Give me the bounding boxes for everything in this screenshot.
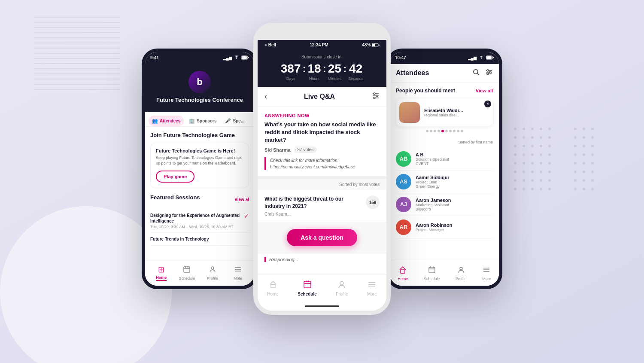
right-schedule-label: Schedule <box>424 277 440 281</box>
qa-back-button[interactable]: ‹ <box>264 92 267 101</box>
svg-point-72 <box>574 171 577 173</box>
session-item-2[interactable]: Future Trends in Technology <box>150 233 249 246</box>
tab-speakers[interactable]: 🎤 Spe... <box>222 116 248 126</box>
dot-4-active <box>441 130 444 132</box>
attendee-sort-label: Sorted by first name <box>390 140 499 148</box>
tab-attendees[interactable]: 👥 Attendees <box>149 116 184 126</box>
svg-point-44 <box>531 171 534 173</box>
attendee-role-ab: Solutions Specialist <box>416 157 493 162</box>
svg-point-60 <box>574 136 577 139</box>
attendee-role-ar: Project Manager <box>416 228 493 232</box>
left-nav-home[interactable]: ⊞ Home <box>149 265 174 281</box>
right-signal-icon: ▂▄▆ <box>468 56 477 60</box>
left-nav-more[interactable]: More <box>225 265 251 281</box>
svg-rect-82 <box>242 56 247 59</box>
svg-point-21 <box>548 128 551 130</box>
svg-point-88 <box>211 267 214 269</box>
right-nav-more[interactable]: More <box>482 266 491 281</box>
featured-person-name: Elisabeth Waldr... <box>424 108 489 113</box>
center-nav-more[interactable]: More <box>367 280 377 296</box>
svg-point-127 <box>460 267 462 270</box>
schedule-label: Schedule <box>179 276 195 281</box>
featured-person-card[interactable]: Elisabeth Waldr... regional sales dire..… <box>396 99 493 126</box>
right-nav-schedule[interactable]: Schedule <box>424 266 440 281</box>
center-status-bar: Bell 12:34 PM 48% <box>258 40 386 50</box>
attendee-role-aj: Marketing Assistant <box>416 203 493 207</box>
question-row-1[interactable]: What is the biggest threat to our indust… <box>258 190 386 222</box>
center-more-icon <box>368 280 376 291</box>
ask-question-button[interactable]: Ask a question <box>287 229 357 246</box>
featured-person-role: regional sales dire... <box>424 113 489 117</box>
profile-label: Profile <box>207 276 218 281</box>
svg-point-65 <box>591 145 594 147</box>
countdown-banner: Submissions close in: 387 Days : 18 Hour… <box>258 50 386 87</box>
tab-sponsors-label: Sponsors <box>197 119 216 123</box>
view-all-people[interactable]: View all <box>476 88 493 93</box>
dot-1 <box>430 130 432 132</box>
attendee-item-as[interactable]: AS Aamir Siddiqui Project Lead Green Ene… <box>396 171 493 193</box>
tab-attendees-label: Attendees <box>160 119 180 123</box>
svg-line-115 <box>477 73 479 75</box>
svg-point-20 <box>540 128 542 130</box>
phones-container: 9:41 ▂▄▆ <box>129 14 515 349</box>
dot-3 <box>437 130 440 132</box>
center-nav-schedule[interactable]: Schedule <box>298 280 316 296</box>
attendee-item-ab[interactable]: AB A B Solutions Specialist CVENT <box>396 148 493 171</box>
left-nav-profile[interactable]: Profile <box>200 265 225 281</box>
responding-bar: Responding... <box>258 253 386 265</box>
answer-block: Check this link for more information: ht… <box>264 157 380 170</box>
center-nav-home[interactable]: Home <box>267 280 279 296</box>
logo-letter: b <box>197 76 202 88</box>
svg-point-70 <box>583 162 585 165</box>
right-nav-home[interactable]: Home <box>398 266 408 281</box>
svg-point-66 <box>574 153 577 156</box>
game-card-title: Future Technologies Game is Here! <box>156 148 243 153</box>
svg-rect-94 <box>372 44 375 46</box>
attendee-info-ab: A B Solutions Specialist CVENT <box>416 152 493 166</box>
attendee-item-aj[interactable]: AJ Aaron Jameson Marketing Assistant Blu… <box>396 193 493 216</box>
left-nav-schedule[interactable]: Schedule <box>174 265 200 281</box>
svg-point-23 <box>522 136 525 139</box>
right-nav-profile[interactable]: Profile <box>456 266 467 281</box>
answering-question-text: What's your take on how social media lik… <box>264 121 380 144</box>
session-name-2: Future Trends in Technology <box>150 236 249 242</box>
attendee-avatar-ar: AR <box>396 220 411 235</box>
featured-person-close[interactable]: ✕ <box>484 101 491 107</box>
attendee-role-as: Project Lead <box>416 180 493 184</box>
right-bottom-nav: Home Schedule <box>390 261 499 286</box>
svg-point-45 <box>540 171 542 173</box>
tab-sponsors[interactable]: 🏢 Sponsors <box>185 116 220 126</box>
svg-point-46 <box>548 171 551 173</box>
phone-notch <box>258 27 386 40</box>
attendee-company-ab: CVENT <box>416 162 493 166</box>
play-game-button[interactable]: Play game <box>156 171 194 183</box>
center-nav-profile[interactable]: Profile <box>336 280 348 296</box>
svg-point-107 <box>340 281 343 285</box>
attendee-avatar-as: AS <box>396 174 411 189</box>
sep-2: : <box>323 63 326 75</box>
profile-icon <box>209 265 216 275</box>
center-inner: Bell 12:34 PM 48% Submissions close in: <box>258 27 386 311</box>
countdown-days: 387 Days <box>281 63 301 81</box>
attendee-item-ar[interactable]: AR Aaron Robinson Project Manager <box>396 216 493 239</box>
svg-point-26 <box>548 136 551 139</box>
dot-7 <box>453 130 456 132</box>
attendees-title: Attendees <box>396 69 429 77</box>
view-all-sessions[interactable]: View al <box>234 197 249 202</box>
sponsors-tab-icon: 🏢 <box>189 118 195 124</box>
question-row-text: What is the biggest threat to our indust… <box>264 195 362 210</box>
svg-rect-123 <box>429 267 435 273</box>
session-item-1[interactable]: Designing for the Experience of Augmente… <box>150 209 249 233</box>
filter-icon[interactable] <box>485 68 493 78</box>
svg-point-30 <box>540 145 542 147</box>
svg-point-101 <box>374 97 375 99</box>
svg-point-75 <box>574 179 577 182</box>
svg-point-78 <box>574 188 577 190</box>
countdown-label: Submissions close in: <box>264 55 380 59</box>
search-icon[interactable] <box>472 68 480 78</box>
qa-settings-icon[interactable] <box>372 92 380 101</box>
game-card-desc: Keep playing Future Technologies Game an… <box>156 155 243 166</box>
right-profile-label: Profile <box>456 277 467 281</box>
svg-point-33 <box>522 153 525 156</box>
hours-value: 18 <box>308 63 321 75</box>
